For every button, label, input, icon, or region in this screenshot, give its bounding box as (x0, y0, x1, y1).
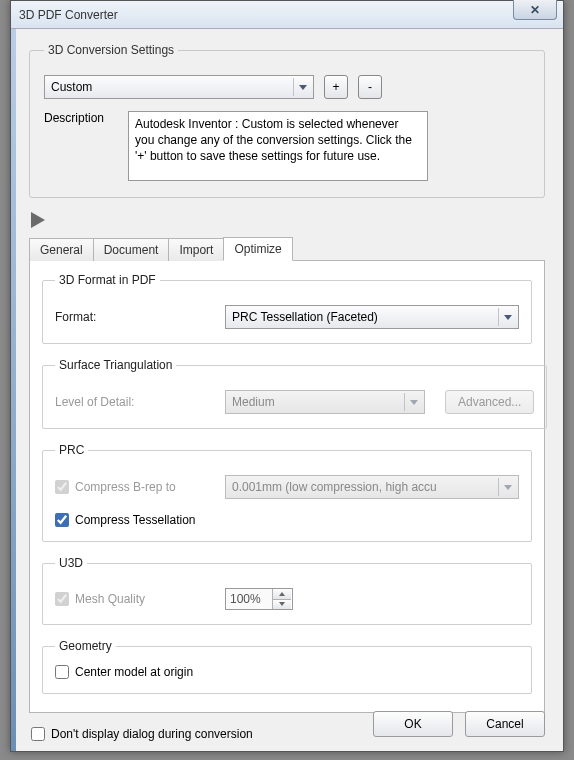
prc-group: PRC Compress B-rep to 0.001mm (low compr… (42, 443, 532, 542)
compress-tessellation-label: Compress Tessellation (75, 513, 196, 527)
spinner-down-icon (273, 600, 291, 610)
compress-brep-select: 0.001mm (low compression, high accu (225, 475, 519, 499)
tab-general[interactable]: General (29, 238, 94, 261)
lod-value: Medium (232, 395, 275, 409)
add-preset-button[interactable]: + (324, 75, 348, 99)
mesh-quality-spinner (225, 588, 293, 610)
client-area: 3D Conversion Settings Custom + - Descri… (11, 29, 563, 751)
tabstrip: General Document Import Optimize (29, 236, 545, 260)
mesh-quality-label: Mesh Quality (75, 592, 145, 606)
advanced-button: Advanced... (445, 390, 534, 414)
chevron-down-icon (498, 308, 516, 326)
compress-brep-label: Compress B-rep to (75, 480, 176, 494)
conversion-settings-group: 3D Conversion Settings Custom + - Descri… (29, 43, 545, 198)
dialog-window: 3D PDF Converter ✕ 3D Conversion Setting… (10, 0, 564, 752)
conversion-settings-legend: 3D Conversion Settings (44, 43, 178, 57)
cancel-button[interactable]: Cancel (465, 711, 545, 737)
u3d-group: U3D Mesh Quality (42, 556, 532, 625)
chevron-down-icon (404, 393, 422, 411)
play-button[interactable] (31, 212, 45, 228)
tab-optimize[interactable]: Optimize (223, 237, 292, 261)
mesh-quality-checkbox (55, 592, 69, 606)
prc-group-legend: PRC (55, 443, 88, 457)
window-title: 3D PDF Converter (19, 8, 118, 22)
description-text: Autodesk Inventor : Custom is selected w… (128, 111, 428, 181)
ok-button[interactable]: OK (373, 711, 453, 737)
optimize-pane: 3D Format in PDF Format: PRC Tessellatio… (29, 260, 545, 713)
compress-tessellation-checkbox[interactable] (55, 513, 69, 527)
tab-import[interactable]: Import (168, 238, 224, 261)
compress-brep-value: 0.001mm (low compression, high accu (232, 480, 437, 494)
format-label: Format: (55, 310, 215, 324)
close-button[interactable]: ✕ (513, 0, 557, 20)
mesh-quality-input (226, 589, 272, 609)
compress-brep-checkbox (55, 480, 69, 494)
format-group-legend: 3D Format in PDF (55, 273, 160, 287)
plus-icon: + (332, 80, 339, 94)
tab-document[interactable]: Document (93, 238, 170, 261)
center-model-label: Center model at origin (75, 665, 193, 679)
lod-label: Level of Detail: (55, 395, 215, 409)
preset-select[interactable]: Custom (44, 75, 314, 99)
format-select[interactable]: PRC Tessellation (Faceted) (225, 305, 519, 329)
spinner-up-icon (273, 589, 291, 600)
lod-select: Medium (225, 390, 425, 414)
chevron-down-icon (293, 78, 311, 96)
u3d-group-legend: U3D (55, 556, 87, 570)
dont-display-checkbox[interactable] (31, 727, 45, 741)
geometry-group-legend: Geometry (55, 639, 116, 653)
geometry-group: Geometry Center model at origin (42, 639, 532, 694)
dont-display-label: Don't display dialog during conversion (51, 727, 253, 741)
surface-triangulation-group: Surface Triangulation Level of Detail: M… (42, 358, 547, 429)
close-icon: ✕ (530, 3, 540, 17)
remove-preset-button[interactable]: - (358, 75, 382, 99)
format-group: 3D Format in PDF Format: PRC Tessellatio… (42, 273, 532, 344)
format-value: PRC Tessellation (Faceted) (232, 310, 378, 324)
description-label: Description (44, 111, 118, 125)
preset-value: Custom (51, 80, 92, 94)
minus-icon: - (368, 80, 372, 94)
center-model-checkbox[interactable] (55, 665, 69, 679)
titlebar: 3D PDF Converter ✕ (11, 1, 563, 29)
surface-triangulation-legend: Surface Triangulation (55, 358, 176, 372)
chevron-down-icon (498, 478, 516, 496)
